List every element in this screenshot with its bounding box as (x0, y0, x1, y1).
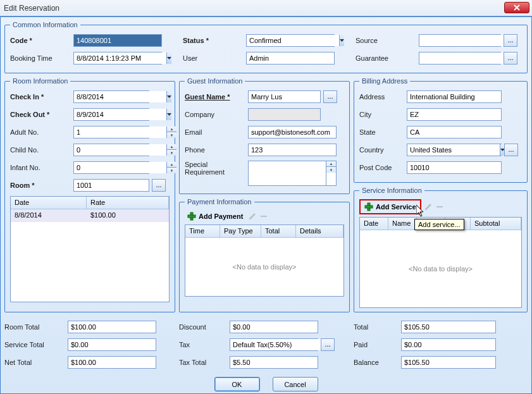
checkout-input[interactable] (74, 109, 166, 120)
up-arrow-icon[interactable]: ▲ (326, 161, 336, 167)
service-nodata: <No data to display> (360, 230, 521, 307)
close-icon (514, 4, 520, 11)
col-time[interactable]: Time (185, 225, 220, 237)
add-service-button[interactable]: Add Service (362, 201, 419, 212)
tax-input[interactable] (230, 339, 323, 350)
booking-time-input[interactable] (74, 52, 166, 64)
booking-time-dropdown[interactable] (166, 52, 171, 64)
common-info-legend: Common Information (10, 21, 80, 28)
phone-input[interactable] (248, 144, 337, 156)
state-input[interactable] (407, 126, 502, 139)
cancel-button[interactable]: Cancel (273, 377, 318, 391)
country-input[interactable] (407, 144, 500, 156)
email-input[interactable] (248, 126, 337, 139)
child-spinner[interactable]: ▲▼ (166, 144, 176, 156)
post-input[interactable] (407, 161, 502, 174)
col-paytype[interactable]: Pay Type (220, 225, 261, 237)
balance-input[interactable] (401, 356, 496, 369)
guarantee-input[interactable] (419, 52, 512, 64)
adult-label: Adult No. (10, 128, 73, 136)
tax-select[interactable] (230, 338, 318, 351)
special-input[interactable] (249, 161, 326, 185)
delete-service-button[interactable] (435, 202, 444, 211)
payment-grid[interactable]: Time Pay Type Total Details <No data to … (185, 225, 344, 297)
source-input[interactable] (419, 35, 512, 46)
room-info-group: Room Information Check In * Check Out * … (4, 77, 175, 312)
country-select[interactable] (407, 144, 502, 156)
checkin-input[interactable] (74, 91, 166, 102)
billing-group: Billing Address Address City State Count… (354, 77, 528, 183)
cell-rate: $100.00 (87, 209, 120, 222)
guarantee-select[interactable] (419, 52, 501, 65)
room-browse-button[interactable]: ... (152, 179, 166, 192)
user-label: User (183, 54, 246, 62)
nettotal-input[interactable] (68, 356, 156, 369)
chevron-down-icon (340, 39, 344, 42)
col-sdate[interactable]: Date (360, 218, 388, 230)
servicetotal-input[interactable] (68, 338, 156, 351)
tax-browse-button[interactable]: ... (321, 338, 335, 351)
col-date[interactable]: Date (11, 197, 87, 209)
down-arrow-icon[interactable]: ▼ (167, 132, 176, 138)
checkout-picker[interactable] (73, 108, 149, 121)
up-arrow-icon[interactable]: ▲ (167, 126, 176, 132)
col-total[interactable]: Total (261, 225, 296, 237)
city-input[interactable] (407, 108, 502, 121)
country-browse-button[interactable]: ... (504, 144, 518, 156)
child-stepper[interactable]: ▲▼ (73, 144, 149, 156)
checkout-dropdown[interactable] (166, 109, 171, 120)
col-details[interactable]: Details (296, 225, 343, 237)
roomtotal-input[interactable] (68, 321, 156, 333)
total-input[interactable] (401, 321, 496, 333)
down-arrow-icon[interactable]: ▼ (167, 150, 176, 156)
adult-spinner[interactable]: ▲▼ (166, 126, 176, 138)
adult-stepper[interactable]: ▲▼ (73, 126, 149, 139)
up-arrow-icon[interactable]: ▲ (167, 162, 176, 168)
down-arrow-icon[interactable]: ▼ (167, 168, 176, 173)
guest-name-input[interactable] (248, 90, 321, 103)
ok-button[interactable]: OK (214, 377, 260, 391)
checkin-picker[interactable] (73, 90, 149, 103)
add-service-highlight: Add Service (359, 199, 421, 214)
discount-input[interactable] (230, 321, 318, 333)
special-scrollbar[interactable]: ▲▼ (326, 161, 336, 185)
source-browse-button[interactable]: ... (504, 34, 517, 47)
paid-input[interactable] (401, 338, 496, 351)
service-grid[interactable]: Date Name Rate Qty Subtotal <No data to … (359, 217, 522, 308)
guarantee-browse-button[interactable]: ... (504, 52, 517, 65)
room-rate-grid[interactable]: Date Rate 8/8/2014 $100.00 (10, 196, 170, 302)
col-rate[interactable]: Rate (87, 197, 169, 209)
user-input[interactable] (246, 52, 335, 65)
add-payment-button[interactable]: Add Payment (185, 211, 245, 222)
taxtotal-input[interactable] (230, 356, 318, 369)
source-select[interactable] (419, 34, 501, 47)
guest-browse-button[interactable]: ... (323, 90, 337, 103)
cell-date: 8/8/2014 (11, 209, 87, 222)
email-label: Email (185, 128, 248, 136)
table-row[interactable]: 8/8/2014 $100.00 (11, 209, 169, 222)
status-input[interactable] (247, 35, 339, 46)
address-input[interactable] (407, 90, 502, 103)
svg-rect-1 (188, 215, 195, 218)
delete-payment-button[interactable] (259, 212, 268, 221)
close-button[interactable] (504, 2, 529, 13)
status-select[interactable] (246, 34, 335, 47)
child-input[interactable] (74, 144, 166, 156)
checkin-dropdown[interactable] (166, 91, 171, 102)
down-arrow-icon[interactable]: ▼ (326, 167, 336, 173)
booking-time-picker[interactable] (73, 52, 162, 65)
status-dropdown[interactable] (339, 35, 344, 46)
up-arrow-icon[interactable]: ▲ (167, 144, 176, 150)
infant-spinner[interactable]: ▲▼ (166, 162, 176, 173)
special-textarea-wrap[interactable]: ▲▼ (248, 161, 337, 186)
col-ssubtotal[interactable]: Subtotal (471, 218, 521, 230)
code-input[interactable] (73, 34, 162, 47)
company-input[interactable] (248, 108, 321, 121)
col-sname[interactable]: Name (388, 218, 417, 230)
infant-stepper[interactable]: ▲▼ (73, 161, 149, 174)
edit-payment-button[interactable] (248, 212, 257, 221)
discount-label: Discount (179, 323, 230, 331)
room-input[interactable] (73, 179, 149, 192)
adult-input[interactable] (74, 126, 166, 138)
infant-input[interactable] (74, 162, 166, 173)
